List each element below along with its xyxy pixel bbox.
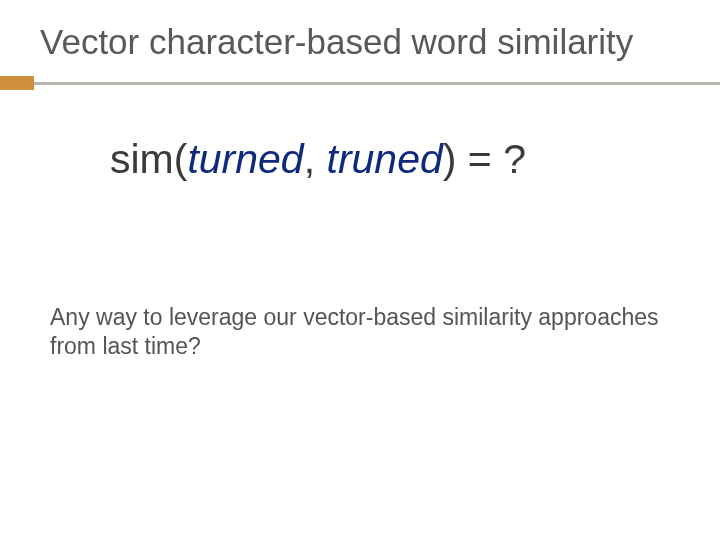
formula-open-paren: ( — [174, 136, 188, 182]
divider-line — [0, 82, 720, 85]
body-text: Any way to leverage our vector-based sim… — [0, 303, 720, 361]
formula-close-paren: ) — [443, 136, 457, 182]
slide: Vector character-based word similarity s… — [0, 0, 720, 540]
title-divider — [0, 76, 720, 90]
slide-title: Vector character-based word similarity — [0, 22, 720, 70]
formula-arg1: turned — [187, 136, 303, 182]
formula-function: sim — [110, 136, 174, 182]
formula-equals: = ? — [456, 136, 526, 182]
formula-line: sim(turned, truned) = ? — [0, 136, 720, 183]
formula-comma: , — [304, 136, 327, 182]
divider-accent — [0, 76, 34, 90]
formula-arg2: truned — [326, 136, 442, 182]
